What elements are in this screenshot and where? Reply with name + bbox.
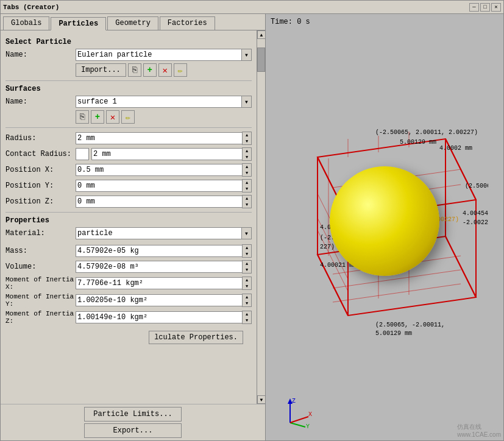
volume-up-button[interactable]: ▲	[243, 261, 251, 267]
delete-surface-button[interactable]: ✕	[106, 110, 119, 124]
panel-scroll-area: Select Particle Name: ▼ Import... ⎘ + ✕	[1, 30, 265, 404]
position-z-spinner-buttons: ▲ ▼	[242, 195, 252, 208]
moi-z-spinner: ▲ ▼	[76, 311, 252, 324]
position-z-row: Position Z: ▲ ▼	[5, 195, 252, 208]
moi-x-up-button[interactable]: ▲	[243, 277, 251, 283]
surface-name-input[interactable]	[76, 96, 242, 108]
svg-text:4.0002 mm: 4.0002 mm	[439, 145, 472, 152]
svg-text:(2.50065,: (2.50065,	[465, 183, 488, 189]
position-y-row: Position Y: ▲ ▼	[5, 179, 252, 192]
maximize-button[interactable]: □	[480, 3, 490, 12]
volume-label: Volume:	[5, 263, 76, 271]
scrollbar[interactable]: ▲ ▼	[257, 30, 265, 404]
minimize-button[interactable]: ─	[469, 3, 479, 12]
add-particle-button[interactable]: +	[143, 63, 157, 77]
window-title: Tabs (Creator)	[3, 4, 59, 11]
mass-up-button[interactable]: ▲	[243, 245, 251, 251]
scroll-down-button[interactable]: ▼	[257, 395, 265, 404]
svg-text:(-2.50065, 2.00011, 2.00227): (-2.50065, 2.00011, 2.00227)	[375, 129, 478, 136]
position-x-label: Position X:	[5, 166, 76, 174]
axis-svg: Z Y X	[278, 395, 314, 429]
moi-y-down-button[interactable]: ▼	[243, 300, 251, 306]
surface-dropdown-arrow[interactable]: ▼	[242, 96, 252, 108]
moi-x-down-button[interactable]: ▼	[243, 283, 251, 289]
contact-radius-up-button[interactable]: ▲	[243, 148, 251, 154]
moi-y-input[interactable]	[76, 294, 242, 306]
edit-surface-button[interactable]: ✏	[121, 110, 135, 124]
moi-x-input[interactable]	[76, 277, 242, 289]
delete-particle-button[interactable]: ✕	[158, 63, 172, 77]
moi-y-up-button[interactable]: ▲	[243, 294, 251, 300]
moi-z-input[interactable]	[76, 311, 242, 323]
position-z-down-button[interactable]: ▼	[243, 202, 251, 208]
moi-x-spinner: ▲ ▼	[76, 277, 252, 290]
position-z-up-button[interactable]: ▲	[243, 196, 251, 202]
scroll-up-button[interactable]: ▲	[257, 30, 265, 39]
position-y-input[interactable]	[76, 180, 242, 192]
particle-action-buttons: Import... ⎘ + ✕ ✏	[5, 63, 252, 77]
mass-spinner: ▲ ▼	[76, 244, 252, 258]
position-y-up-button[interactable]: ▲	[243, 180, 251, 186]
contact-radius-checkbox[interactable]	[76, 148, 89, 160]
position-y-label: Position Y:	[5, 182, 76, 190]
contact-radius-input[interactable]	[91, 148, 242, 160]
particle-name-row: Name: ▼	[5, 49, 252, 61]
tab-factories[interactable]: Factories	[160, 16, 215, 30]
svg-text:5.00129 mm: 5.00129 mm	[400, 139, 436, 146]
scroll-thumb[interactable]	[257, 48, 265, 72]
add-surface-button[interactable]: +	[91, 110, 104, 124]
tab-globals[interactable]: Globals	[3, 16, 49, 30]
radius-input[interactable]	[76, 132, 242, 144]
moi-z-down-button[interactable]: ▼	[243, 317, 251, 323]
export-button[interactable]: Export...	[84, 423, 182, 438]
svg-text:(2.50065, -2.00011,: (2.50065, -2.00011,	[375, 322, 445, 328]
volume-input[interactable]	[76, 261, 242, 273]
material-label: Material:	[5, 229, 76, 238]
particle-limits-button[interactable]: Particle Limits...	[84, 407, 182, 422]
position-y-down-button[interactable]: ▼	[243, 186, 251, 192]
surface-name-dropdown-wrapper: ▼	[76, 96, 252, 108]
copy-particle-button[interactable]: ⎘	[128, 63, 141, 77]
surface-action-buttons: ⎘ + ✕ ✏	[5, 110, 252, 124]
material-input[interactable]	[76, 227, 242, 239]
radius-up-button[interactable]: ▲	[243, 132, 251, 138]
radius-spinner-buttons: ▲ ▼	[242, 132, 252, 145]
axis-indicator: Z Y X	[278, 395, 314, 431]
moi-z-up-button[interactable]: ▲	[243, 311, 251, 317]
volume-spinner: ▲ ▼	[76, 260, 252, 273]
position-x-up-button[interactable]: ▲	[243, 164, 251, 170]
radius-spinner: ▲ ▼	[76, 132, 252, 145]
radius-down-button[interactable]: ▼	[243, 138, 251, 144]
position-x-input[interactable]	[76, 164, 242, 176]
contact-radius-down-button[interactable]: ▼	[243, 154, 251, 160]
svg-text:5.00129 mm: 5.00129 mm	[375, 330, 412, 337]
position-z-input[interactable]	[76, 196, 242, 208]
tab-geometry[interactable]: Geometry	[107, 16, 158, 30]
position-x-spinner-buttons: ▲ ▼	[242, 163, 252, 177]
material-dropdown-arrow[interactable]: ▼	[242, 227, 252, 239]
tab-particles[interactable]: Particles	[51, 17, 106, 30]
particle-sphere	[330, 166, 439, 276]
copy-surface-button[interactable]: ⎘	[76, 110, 89, 124]
position-y-spinner: ▲ ▼	[76, 179, 252, 192]
svg-text:Z: Z	[292, 398, 296, 404]
moi-x-row: Moment of Inertia X: ▲ ▼	[5, 276, 252, 291]
edit-particle-button[interactable]: ✏	[174, 63, 187, 77]
volume-down-button[interactable]: ▼	[243, 267, 251, 273]
mass-input[interactable]	[76, 245, 242, 257]
mass-spinner-buttons: ▲ ▼	[242, 244, 252, 258]
position-z-spinner: ▲ ▼	[76, 195, 252, 208]
particle-name-input[interactable]	[76, 49, 242, 61]
calc-properties-row: lculate Properties.	[5, 331, 252, 344]
viewport-3d: (-2.50065, 2.00011, 2.00227) 5.00129 mm …	[266, 14, 503, 440]
mass-down-button[interactable]: ▼	[243, 251, 251, 257]
window-controls: ─ □ ✕	[469, 3, 501, 12]
right-panel: Time: 0 s	[266, 14, 503, 440]
position-x-row: Position X: ▲ ▼	[5, 163, 252, 177]
particle-dropdown-arrow[interactable]: ▼	[242, 49, 252, 61]
close-button[interactable]: ✕	[491, 3, 501, 12]
import-button[interactable]: Import...	[76, 63, 126, 77]
position-x-down-button[interactable]: ▼	[243, 170, 251, 176]
calculate-properties-button[interactable]: lculate Properties.	[149, 331, 243, 344]
properties-title: Properties	[5, 216, 252, 225]
